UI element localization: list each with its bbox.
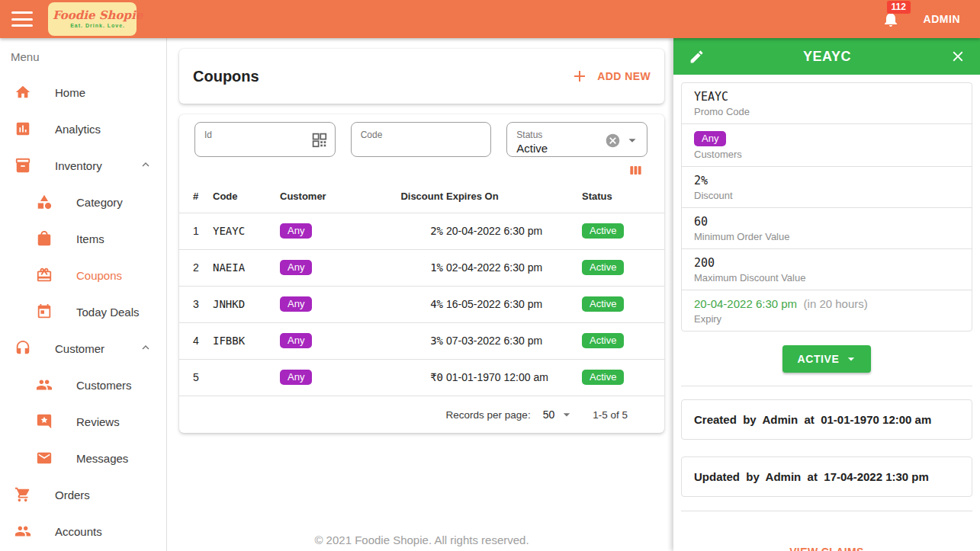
min-order-value: 60 (694, 215, 959, 229)
sidebar-item-category[interactable]: Category (0, 184, 166, 220)
detail-panel-header: YEAYC (673, 38, 980, 75)
customer-chip: Any (280, 260, 312, 275)
chevron-up-icon[interactable] (139, 158, 153, 174)
detail-row-discount: 2% Discount (682, 166, 972, 207)
status-button-label: ACTIVE (798, 353, 840, 365)
mail-icon (36, 450, 53, 466)
page-title: Coupons (193, 68, 259, 85)
status-chip: Active (582, 223, 624, 239)
cell-code: IFBBK (213, 322, 280, 359)
logo-tagline: Eat. Drink. Love. (53, 23, 143, 28)
table-row[interactable]: 1 YEAYC Any 2% 20-04-2022 6:30 pm Active (179, 213, 664, 249)
sidebar-item-label: Home (55, 86, 85, 99)
sidebar-item-coupons[interactable]: Coupons (0, 257, 166, 293)
notification-badge: 112 (887, 1, 911, 14)
customer-chip: Any (280, 223, 312, 239)
app-logo[interactable]: Foodie Shopie Eat. Drink. Love. (48, 2, 137, 36)
status-dropdown-button[interactable]: ACTIVE (782, 345, 872, 373)
sidebar-item-label: Analytics (55, 123, 101, 136)
divider (681, 386, 972, 386)
sidebar-item-customer[interactable]: Customer (0, 330, 166, 367)
close-icon (949, 48, 966, 65)
add-new-label: ADD NEW (597, 70, 651, 82)
col-header-status: Status (582, 181, 664, 213)
clear-status-icon[interactable] (605, 133, 621, 152)
coupons-table: # Code Customer Discount Expires On Stat… (179, 181, 664, 396)
detail-panel-title: YEAYC (705, 49, 949, 65)
sidebar-item-label: Items (76, 232, 104, 245)
edit-coupon-button[interactable] (689, 49, 705, 65)
status-chip: Active (582, 333, 624, 348)
pencil-icon (689, 49, 705, 65)
sidebar-item-label: Messages (76, 452, 128, 465)
id-filter-label: Id (204, 130, 212, 140)
cell-num: 4 (179, 322, 213, 359)
coupon-icon (36, 267, 53, 284)
expiry-date-value: 20-04-2022 6:30 pm (694, 297, 797, 310)
dropdown-arrow-icon[interactable] (624, 132, 641, 152)
cell-num: 5 (179, 359, 213, 396)
home-icon (14, 84, 31, 101)
detail-label: Customers (694, 149, 959, 160)
created-info-card: Created by Admin at 01-01-1970 12:00 am (681, 399, 972, 440)
cell-code: JNHKD (213, 286, 280, 322)
cell-discount: 3% (376, 322, 446, 359)
table-row[interactable]: 5 Any ₹0 01-01-1970 12:00 am Active (179, 359, 664, 396)
detail-label: Expiry (694, 313, 959, 325)
detail-label: Promo Code (694, 106, 959, 117)
chevron-up-icon[interactable] (139, 341, 153, 357)
sidebar-item-label: Customer (55, 342, 104, 355)
sidebar-item-reviews[interactable]: Reviews (0, 403, 166, 440)
table-header-row: # Code Customer Discount Expires On Stat… (179, 181, 664, 213)
close-panel-button[interactable] (949, 48, 966, 65)
table-row[interactable]: 3 JNHKD Any 4% 16-05-2022 6:30 pm Active (179, 286, 664, 322)
sidebar-item-orders[interactable]: Orders (0, 476, 166, 513)
detail-row-promo-code: YEAYC Promo Code (682, 83, 972, 123)
records-per-page-arrow-icon[interactable] (559, 407, 574, 422)
col-header-discount: Discount (376, 181, 446, 213)
sidebar-item-label: Accounts (55, 525, 102, 538)
sidebar-item-today-deals[interactable]: Today Deals (0, 293, 166, 330)
status-filter-select[interactable]: Status Active (506, 122, 647, 157)
id-filter-input[interactable]: Id (194, 122, 336, 157)
notifications-button[interactable]: 112 (882, 10, 900, 28)
status-chip: Active (582, 370, 624, 385)
pagination-range: 1-5 of 5 (593, 409, 628, 421)
plus-icon (570, 67, 589, 85)
review-icon (36, 413, 53, 430)
sidebar-item-label: Today Deals (76, 306, 140, 319)
sidebar-item-inventory[interactable]: Inventory (0, 147, 166, 184)
sidebar-item-label: Orders (55, 489, 90, 501)
records-per-page-select[interactable]: 50 (543, 408, 555, 421)
sidebar-item-label: Customers (76, 379, 132, 392)
dropdown-arrow-icon (843, 351, 859, 367)
hamburger-menu-icon[interactable] (11, 11, 33, 27)
add-new-button[interactable]: ADD NEW (570, 67, 651, 85)
sidebar-item-label: Reviews (76, 415, 120, 428)
detail-row-max-discount: 200 Maximum Discount Value (682, 248, 972, 290)
sidebar-item-accounts[interactable]: Accounts (0, 513, 166, 549)
code-filter-input[interactable]: Code (351, 122, 492, 157)
sidebar-item-home[interactable]: Home (0, 74, 166, 111)
admin-user-menu[interactable]: ADMIN (924, 13, 960, 25)
expiry-relative-time: (in 20 hours) (804, 297, 868, 310)
category-icon (36, 194, 53, 210)
view-claims-button[interactable]: VIEW CLAIMS (673, 546, 980, 551)
table-row[interactable]: 2 NAEIA Any 1% 02-04-2022 6:30 pm Active (179, 249, 664, 286)
col-header-num: # (179, 181, 213, 213)
cell-expires: 02-04-2022 6:30 pm (446, 249, 582, 286)
table-row[interactable]: 4 IFBBK Any 3% 07-03-2022 6:30 pm Active (179, 322, 664, 359)
coupon-detail-card: YEAYC Promo Code Any Customers 2% Discou… (681, 82, 972, 332)
sidebar-item-label: Inventory (55, 159, 102, 172)
qr-scan-icon[interactable] (311, 132, 327, 151)
records-per-page-label: Records per page: (446, 409, 531, 421)
sidebar-item-items[interactable]: Items (0, 220, 166, 257)
sidebar-item-analytics[interactable]: Analytics (0, 111, 166, 147)
column-settings-icon[interactable] (628, 163, 643, 178)
inventory-icon (14, 157, 31, 174)
code-filter-label: Code (361, 130, 383, 140)
customer-chip: Any (280, 333, 312, 348)
customer-chip: Any (694, 131, 726, 146)
sidebar-item-messages[interactable]: Messages (0, 440, 166, 476)
sidebar-item-customers[interactable]: Customers (0, 367, 166, 403)
